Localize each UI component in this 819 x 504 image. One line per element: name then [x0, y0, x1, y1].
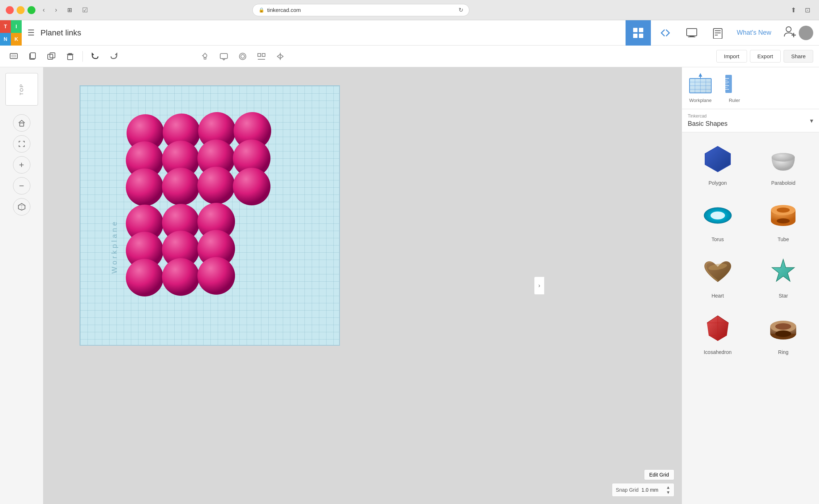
perspective-icon — [18, 203, 26, 211]
tinkercad-logo[interactable]: T I N K — [0, 20, 22, 46]
duplicate-icon — [47, 52, 56, 61]
cut-button[interactable] — [6, 48, 22, 64]
reload-button[interactable]: ↻ — [458, 7, 463, 13]
canvas-objects — [80, 86, 339, 345]
tab-checkbox[interactable]: ☑ — [79, 5, 91, 16]
shape-button[interactable] — [235, 48, 251, 64]
browser-actions: ⬆ ⊡ — [788, 5, 813, 16]
copy-button[interactable] — [25, 48, 40, 64]
polygon-label: Polygon — [708, 180, 727, 186]
user-avatar[interactable] — [799, 26, 813, 40]
code-nav-button[interactable] — [652, 20, 678, 46]
fit-view-button[interactable] — [13, 135, 30, 153]
menu-button[interactable]: ☰ — [22, 28, 40, 38]
svg-marker-58 — [705, 146, 730, 172]
back-button[interactable]: ‹ — [40, 5, 48, 15]
address-bar: 🔒 tinkercad.com ↻ — [252, 4, 469, 16]
right-panel: Workplane Ruler Tinkercad Basic Shape — [682, 67, 819, 504]
tube-shape-item[interactable]: Tube — [754, 195, 814, 245]
shape-tools: Workplane Ruler — [682, 67, 819, 109]
svg-point-83 — [775, 330, 791, 337]
workplane-tool[interactable]: Workplane — [688, 73, 713, 103]
svg-point-61 — [772, 153, 795, 162]
icosahedron-shape-item[interactable]: Icosahedron — [688, 307, 748, 358]
category-selector: Tinkercad Basic Shapes ▾ — [682, 109, 819, 132]
sphere-9[interactable] — [126, 168, 163, 206]
forward-button[interactable]: › — [52, 5, 60, 15]
sphere-10[interactable] — [162, 168, 200, 205]
edit-grid-button[interactable]: Edit Grid — [644, 469, 674, 480]
redo-button[interactable] — [106, 48, 122, 64]
duplicate-button[interactable] — [43, 48, 59, 64]
learn-nav-button[interactable] — [706, 20, 731, 46]
share-browser-button[interactable]: ⬆ — [788, 5, 799, 16]
svg-marker-27 — [222, 59, 225, 60]
simulate-nav-button[interactable] — [679, 20, 704, 46]
sphere-19[interactable] — [126, 259, 163, 296]
import-button[interactable]: Import — [716, 50, 747, 63]
sphere-21[interactable] — [197, 257, 235, 295]
tube-icon — [765, 197, 801, 234]
paraboloid-shape-item[interactable]: Paraboloid — [754, 138, 814, 189]
whats-new-button[interactable]: What's New — [731, 29, 777, 37]
app-header: T I N K ☰ Planet links — [0, 20, 819, 46]
icosahedron-icon — [700, 310, 736, 346]
comment-button[interactable] — [216, 48, 232, 64]
canvas-area[interactable]: Workplane — [43, 67, 682, 504]
toolbar-right: Import Export Share — [716, 50, 813, 63]
minimize-button[interactable] — [17, 6, 25, 14]
svg-point-68 — [777, 208, 790, 213]
grid-controls: Edit Grid Snap Grid ▲▼ — [612, 469, 674, 497]
light-button[interactable] — [197, 48, 213, 64]
snap-grid-input[interactable] — [641, 487, 663, 493]
torus-label: Torus — [712, 236, 724, 242]
svg-point-11 — [786, 27, 791, 32]
cut-icon — [9, 52, 18, 61]
perspective-button[interactable] — [13, 198, 30, 215]
split-view-button[interactable]: ⊡ — [802, 5, 813, 16]
workplane-icon — [688, 73, 713, 95]
code-icon — [659, 27, 671, 39]
svg-rect-6 — [688, 37, 695, 37]
category-dropdown-button[interactable]: ▾ — [810, 117, 813, 125]
panel-toggle-button[interactable]: › — [534, 277, 544, 295]
ring-shape-item[interactable]: Ring — [754, 307, 814, 358]
home-view-button[interactable] — [13, 114, 30, 132]
sphere-11[interactable] — [197, 167, 235, 204]
person-add-icon — [783, 25, 796, 38]
undo-button[interactable] — [87, 48, 103, 64]
heart-shape-item[interactable]: Heart — [688, 251, 748, 302]
view-tools — [197, 48, 288, 64]
sphere-20[interactable] — [162, 258, 200, 296]
torus-shape-item[interactable]: Torus — [688, 195, 748, 245]
mirror-button[interactable] — [272, 48, 288, 64]
logo-t: T — [0, 20, 11, 33]
zoom-in-button[interactable]: + — [13, 156, 30, 174]
sphere-12[interactable] — [233, 168, 270, 205]
delete-button[interactable] — [62, 48, 78, 64]
paraboloid-label: Paraboloid — [771, 180, 795, 186]
user-actions — [777, 25, 819, 40]
fit-icon — [18, 140, 26, 148]
svg-rect-15 — [12, 55, 16, 57]
export-button[interactable]: Export — [750, 50, 781, 63]
add-user-button[interactable] — [783, 25, 796, 40]
star-shape-item[interactable]: Star — [754, 251, 814, 302]
snap-increment-button[interactable]: ▲▼ — [666, 485, 670, 495]
align-button[interactable] — [253, 48, 269, 64]
tab-view-button[interactable]: ⊞ — [64, 5, 75, 15]
close-button[interactable] — [6, 6, 14, 14]
zoom-out-button[interactable]: − — [13, 177, 30, 195]
design-nav-button[interactable] — [626, 20, 651, 46]
icosahedron-label: Icosahedron — [704, 349, 731, 355]
maximize-button[interactable] — [27, 6, 35, 14]
top-view-card[interactable]: TOP — [5, 73, 38, 106]
svg-point-21 — [203, 54, 207, 57]
star-icon — [765, 254, 801, 290]
comment-icon — [219, 52, 228, 61]
polygon-shape-item[interactable]: Polygon — [688, 138, 748, 189]
tube-label: Tube — [778, 236, 789, 242]
ring-icon — [765, 310, 801, 346]
share-button[interactable]: Share — [784, 50, 813, 63]
ruler-tool[interactable]: Ruler — [722, 73, 747, 103]
